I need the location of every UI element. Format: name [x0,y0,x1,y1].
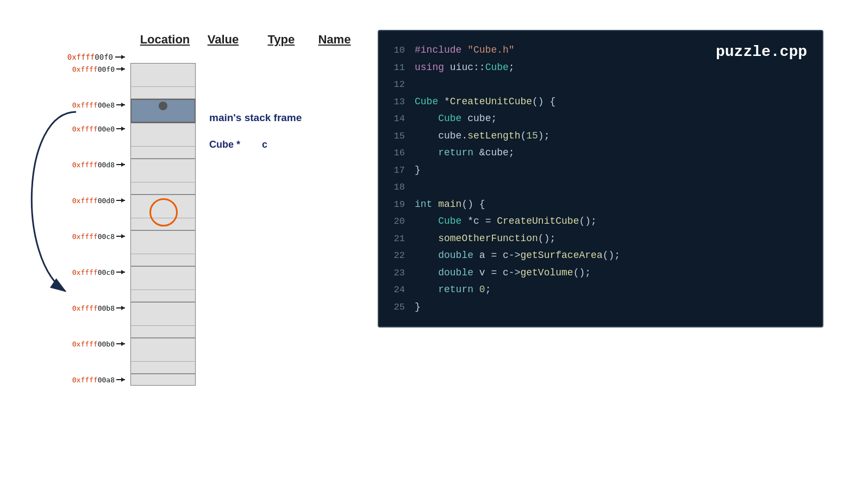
header-value: Value [194,33,252,47]
cell-e0 [130,123,196,135]
seg-c8: 0xffff00c8 [43,230,359,242]
code-line-16: 16 return &cube; [379,144,822,162]
seg-d8: 0xffff00d8 [43,159,359,171]
code-line-23: 23 double v = c->getVolume(); [379,264,822,282]
code-line-20: 20 Cube *c = CreateUnitCube(); [379,213,822,230]
type-name-row: Cube * c [209,139,267,150]
code-line-15: 15 cube.setLength(15); [379,128,822,145]
mem-row-0: 0xffff00f0 [43,51,359,63]
cell-a8 [130,374,196,386]
code-filename: puzzle.cpp [716,39,807,65]
dangling-pointer-circle [149,198,178,226]
seg-a8: 0xffff00a8 [43,374,359,386]
address-cell-rows: 0xffff00f0 [43,63,359,386]
cell-c8 [130,230,196,242]
header-location: Location [136,33,194,47]
code-line-14: 14 Cube cube; [379,110,822,128]
code-panel: puzzle.cpp 10 #include "Cube.h" 11 using… [378,30,823,327]
cell-e8-highlight [130,99,196,111]
header-type: Type [252,33,310,47]
code-line-21: 21 someOtherFunction(); [379,230,822,248]
seg-e0: 0xffff00e0 [43,123,359,135]
code-line-22: 22 double a = c->getSurfaceArea(); [379,247,822,264]
code-line-17: 17 } [379,162,822,179]
memory-rows: 0xffff00f0 [43,51,359,386]
type-label: Cube * [209,139,240,150]
code-line-19: 19 int main() { [379,196,822,213]
seg-f0-top: 0xffff00f0 [43,63,359,75]
code-line-25: 25 } [379,299,822,316]
cell-c0 [130,266,196,278]
cell-f0 [130,63,196,75]
seg-c0: 0xffff00c0 [43,266,359,278]
addr-0: 0xffff00f0 [43,53,130,61]
column-headers: Location Value Type Name [43,33,359,47]
code-line-12: 12 [379,76,822,93]
code-line-18: 18 [379,179,822,196]
name-label: c [262,139,267,150]
seg-d0: 0xffff00d0 [43,194,359,206]
code-line-24: 24 return 0; [379,281,822,299]
pointer-dot [159,102,167,110]
cell-b0 [130,338,196,350]
memory-diagram: Location Value Type Name 0xffff00f0 [43,33,359,386]
seg-e8: 0xffff00e8 [43,99,359,111]
seg-b8: 0xffff00b8 [43,302,359,314]
cell-b8 [130,302,196,314]
header-name: Name [310,33,359,47]
stack-memory-block: 0xffff00f0 [43,63,359,386]
stack-frame-label: main's stack frame [209,112,302,124]
cell-d8 [130,159,196,171]
code-line-13: 13 Cube *CreateUnitCube() { [379,93,822,111]
seg-b0: 0xffff00b0 [43,338,359,350]
